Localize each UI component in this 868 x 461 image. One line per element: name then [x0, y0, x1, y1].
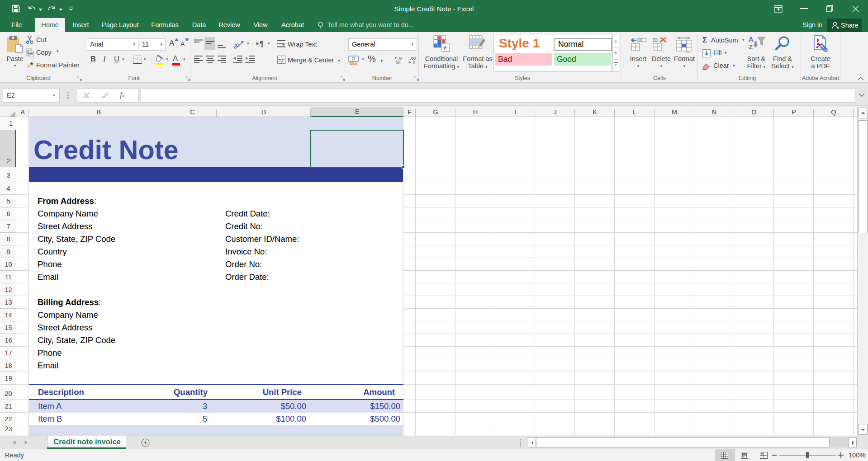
- svg-text:.00: .00: [394, 60, 400, 65]
- svg-text:ab: ab: [234, 41, 241, 50]
- svg-text:.0: .0: [412, 60, 415, 65]
- svg-text:≠: ≠: [443, 44, 447, 52]
- svg-text:¶: ¶: [260, 40, 264, 48]
- svg-text:Z: Z: [749, 43, 753, 51]
- svg-text:A: A: [749, 35, 754, 43]
